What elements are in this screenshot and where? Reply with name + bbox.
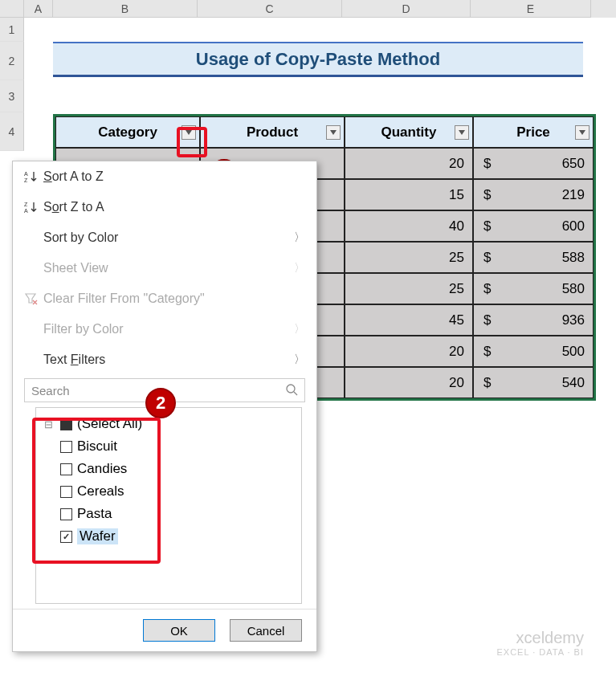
cell-price[interactable]: $580 bbox=[473, 273, 594, 304]
sort-desc-label: Sort Z to A bbox=[43, 200, 305, 214]
checkbox[interactable] bbox=[60, 463, 72, 475]
col-header[interactable] bbox=[0, 0, 24, 18]
row-header[interactable]: 1 bbox=[0, 18, 24, 42]
cell-quantity[interactable]: 20 bbox=[345, 367, 473, 398]
checkbox[interactable] bbox=[60, 441, 72, 453]
row-header[interactable]: 2 bbox=[0, 42, 24, 80]
clear-filter: Clear Filter From "Category" bbox=[13, 283, 316, 314]
cell-quantity[interactable]: 25 bbox=[345, 273, 473, 304]
filter-by-color: Filter by Color〉 bbox=[13, 314, 316, 344]
cell-price[interactable]: $600 bbox=[473, 210, 594, 242]
cell-quantity[interactable]: 40 bbox=[345, 210, 473, 242]
col-header[interactable]: B bbox=[53, 0, 198, 18]
sort-desc-icon: ZA bbox=[24, 201, 43, 214]
checkbox[interactable] bbox=[60, 531, 72, 543]
sort-by-color[interactable]: Sort by Color〉 bbox=[13, 222, 316, 253]
filter-dropdown-icon[interactable] bbox=[326, 125, 341, 140]
text-filters[interactable]: Text Filters〉 bbox=[13, 344, 316, 375]
filter-item[interactable]: Biscuit bbox=[44, 435, 293, 458]
chevron-right-icon: 〉 bbox=[294, 322, 305, 336]
title-cell: Usage of Copy-Paste Method bbox=[53, 42, 583, 77]
chevron-right-icon: 〉 bbox=[294, 353, 305, 367]
cell-price[interactable]: $540 bbox=[473, 367, 594, 398]
spreadsheet-grid: ABCDE 1234 bbox=[0, 0, 616, 18]
col-header[interactable]: A bbox=[24, 0, 53, 18]
sort-asc[interactable]: AZ Sort A to Z bbox=[13, 161, 316, 192]
cell-price[interactable]: $588 bbox=[473, 242, 594, 273]
svg-text:Z: Z bbox=[24, 202, 28, 207]
checkbox[interactable] bbox=[60, 418, 72, 430]
clear-filter-icon bbox=[24, 292, 43, 305]
column-headers: ABCDE bbox=[0, 0, 616, 18]
cell-quantity[interactable]: 45 bbox=[345, 304, 473, 336]
svg-text:A: A bbox=[24, 208, 28, 214]
sort-asc-icon: AZ bbox=[24, 170, 43, 183]
table-header-product: Product bbox=[200, 116, 345, 148]
watermark: xceldemy EXCEL · DATA · BI bbox=[497, 629, 585, 657]
chevron-right-icon: 〉 bbox=[294, 230, 305, 245]
table-header-price: Price bbox=[473, 116, 594, 148]
row-header[interactable]: 4 bbox=[0, 112, 24, 151]
table-header-row: CategoryProductQuantityPrice bbox=[55, 116, 594, 148]
badge-2: 2 bbox=[145, 388, 176, 418]
cell-price[interactable]: $936 bbox=[473, 304, 594, 336]
filter-item[interactable]: Pasta bbox=[44, 503, 293, 525]
ok-button[interactable]: OK bbox=[143, 619, 215, 642]
svg-point-4 bbox=[287, 385, 295, 393]
checkbox[interactable] bbox=[60, 486, 72, 498]
svg-text:Z: Z bbox=[24, 177, 28, 183]
cell-quantity[interactable]: 20 bbox=[345, 336, 473, 367]
chevron-right-icon: 〉 bbox=[294, 261, 305, 275]
filter-checklist[interactable]: ⊟(Select All)BiscuitCandiesCerealsPastaW… bbox=[35, 407, 302, 604]
cell-price[interactable]: $500 bbox=[473, 336, 594, 367]
cell-price[interactable]: $650 bbox=[473, 148, 594, 179]
cell-quantity[interactable]: 25 bbox=[345, 242, 473, 273]
button-row: OK Cancel bbox=[13, 609, 316, 651]
filter-item[interactable]: Cereals bbox=[44, 480, 293, 503]
filter-dropdown-icon[interactable] bbox=[455, 125, 469, 140]
table-header-category: Category bbox=[55, 116, 200, 148]
checkbox[interactable] bbox=[60, 508, 72, 520]
filter-item[interactable]: Wafer bbox=[44, 525, 293, 548]
svg-text:A: A bbox=[24, 171, 28, 177]
cell-price[interactable]: $219 bbox=[473, 179, 594, 210]
filter-item[interactable]: Candies bbox=[44, 458, 293, 480]
row-header[interactable]: 3 bbox=[0, 80, 24, 112]
cancel-button[interactable]: Cancel bbox=[230, 619, 302, 642]
col-header[interactable]: D bbox=[342, 0, 471, 18]
sort-asc-label: Sort A to Z bbox=[43, 169, 305, 184]
filter-dropdown-icon[interactable] bbox=[182, 125, 196, 140]
filter-dropdown-icon[interactable] bbox=[575, 125, 589, 140]
sort-desc[interactable]: ZA Sort Z to A bbox=[13, 192, 316, 222]
row-headers: 1234 bbox=[0, 18, 24, 151]
cell-quantity[interactable]: 15 bbox=[345, 179, 473, 210]
filter-item[interactable]: ⊟(Select All) bbox=[44, 413, 293, 435]
search-icon bbox=[285, 383, 298, 398]
table-header-quantity: Quantity bbox=[345, 116, 473, 148]
cell-quantity[interactable]: 20 bbox=[345, 148, 473, 179]
col-header[interactable]: E bbox=[471, 0, 591, 18]
sheet-view: Sheet View〉 bbox=[13, 253, 316, 283]
col-header[interactable]: C bbox=[198, 0, 342, 18]
